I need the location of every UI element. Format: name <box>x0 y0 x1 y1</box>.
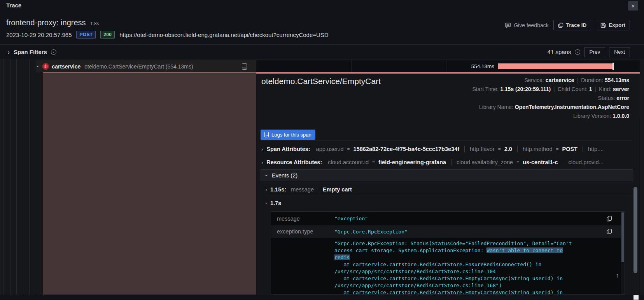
event-row-1[interactable]: › 1.15s: message = Empty cart <box>266 186 352 193</box>
meta-line-3: Status: error <box>472 94 629 103</box>
scroll-to-top-icon[interactable]: ↑ <box>616 272 619 280</box>
span-attributes-row[interactable]: › Span Attributes: app.user.id=15862a82-… <box>261 143 632 155</box>
trace-meta-row: 2023-10-29 20:20:57.965 POST 200 https:/… <box>6 30 329 39</box>
attr-value: POST <box>562 146 578 152</box>
meta-line-2: Start Time: 1.15s (20:20:59.111)|Child C… <box>472 85 629 94</box>
span-row-cartservice[interactable]: › ! cartservice oteldemo.CartService/Emp… <box>36 60 256 72</box>
span-service-name: cartservice <box>52 63 80 70</box>
copy-icon <box>558 23 564 28</box>
attr-key: cloud.account.id <box>328 159 369 165</box>
save-icon <box>600 23 606 28</box>
drawer-title: Trace <box>6 2 21 9</box>
event-time: 1.15s: <box>270 186 286 193</box>
kv-key <box>271 263 334 271</box>
kv-key: message <box>271 216 334 222</box>
panel-scrollbar[interactable] <box>634 187 637 273</box>
span-detail-title: oteldemo.CartService/EmptyCart <box>261 77 381 86</box>
meta-line-4: Library Name: OpenTelemetry.Instrumentat… <box>472 103 629 112</box>
attr-value: us-central1-c <box>523 159 558 165</box>
event-value: Empty cart <box>323 186 352 193</box>
event-row-2[interactable]: › 1.7s <box>266 200 281 206</box>
span-bar-end-tick <box>612 63 614 70</box>
span-operation-name: oteldemo.CartService/EmptyCart (554.13ms… <box>84 63 193 70</box>
span-detail-meta: Service: cartservice|Duration: 554.13ms … <box>472 76 629 121</box>
span-attributes-label: Span Attributes: <box>266 146 310 152</box>
trace-id-button[interactable]: Trace ID <box>553 20 592 30</box>
export-button[interactable]: Export <box>596 20 630 30</box>
divider <box>261 140 632 141</box>
chevron-right-icon: › <box>266 187 267 192</box>
span-duration-bar[interactable] <box>498 63 613 69</box>
kv-row-exception-type: exception.type "Grpc.Core.RpcException" <box>271 225 625 238</box>
event-key: message <box>291 186 314 193</box>
events-label: Events (2) <box>272 172 298 179</box>
trace-duration: 1.8s <box>90 21 99 26</box>
meta-line-5: Library Version: 1.0.0.0 <box>472 112 629 121</box>
meta-line-1: Service: cartservice|Duration: 554.13ms <box>472 76 629 85</box>
event-attributes-table: message "exception" exception.type "Grpc… <box>271 211 625 295</box>
scrollbar-corner <box>634 295 639 300</box>
divider <box>266 195 633 195</box>
resource-attributes-row[interactable]: › Resource Attributes: cloud.account.id=… <box>261 156 632 168</box>
kv-row-message: message "exception" <box>271 212 625 225</box>
logs-for-span-button[interactable]: LOG Logs for this span <box>261 130 315 140</box>
kv-row-stacktrace: "Grpc.Core.RpcException: Status(StatusCo… <box>271 238 625 295</box>
kv-value: "exception" <box>334 216 368 221</box>
trace-timestamp: 2023-10-29 20:20:57.965 <box>6 32 72 38</box>
events-section-toggle[interactable]: › Events (2) <box>261 169 633 181</box>
attr-truncated: cloud.provid... <box>568 159 603 165</box>
close-icon[interactable]: × <box>628 1 638 11</box>
attr-value: 2.0 <box>504 146 512 152</box>
span-filters-label: Span Filters <box>14 49 47 55</box>
divider <box>640 118 640 300</box>
trace-viewport: › ! cartservice oteldemo.CartService/Emp… <box>0 59 644 295</box>
chevron-down-icon: › <box>35 65 40 67</box>
log-document-icon: LOG <box>264 132 269 137</box>
header-actions: Give feedback Trace ID Export <box>505 20 630 30</box>
chevron-right-icon: › <box>8 49 10 55</box>
kv-value: "Grpc.Core.RpcException" <box>334 229 408 235</box>
trace-drawer: Trace × frontend-proxy: ingress 1.8s 202… <box>0 0 644 300</box>
http-method-badge: POST <box>76 31 96 39</box>
trace-name: frontend-proxy: ingress <box>6 18 86 27</box>
span-duration-label: 554.13ms <box>446 63 494 69</box>
give-feedback-link[interactable]: Give feedback <box>505 22 549 28</box>
prev-span-button[interactable]: Prev <box>584 47 605 57</box>
attr-key: app.user.id <box>316 146 344 152</box>
kv-key: exception.type <box>271 228 334 235</box>
span-filters-toggle[interactable]: › Span Filters i <box>8 49 56 55</box>
copy-icon[interactable] <box>606 228 612 235</box>
bottom-strip <box>0 295 644 300</box>
chevron-right-icon: › <box>261 160 263 165</box>
indent-guides <box>0 59 43 295</box>
copy-icon[interactable] <box>606 216 612 222</box>
attr-key: http.method <box>523 146 553 152</box>
chevron-right-icon: › <box>261 147 263 152</box>
timeline-header: 554.13ms <box>256 60 640 72</box>
attr-key: http.flavor <box>470 146 495 152</box>
span-filters-bar: › Span Filters i 41 spans i Prev Next <box>0 44 644 59</box>
next-span-button[interactable]: Next <box>609 47 630 57</box>
chevron-down-icon: › <box>264 202 269 204</box>
attr-truncated: http.... <box>588 146 604 152</box>
resource-attributes-label: Resource Attributes: <box>266 159 322 165</box>
trace-url: https://otel-demo-obscon.field-eng.grafa… <box>119 32 328 38</box>
trace-id-label: Trace ID <box>566 22 587 28</box>
span-detail-panel: oteldemo.CartService/EmptyCart Service: … <box>256 74 640 295</box>
http-status-badge: 200 <box>100 31 115 39</box>
info-icon: i <box>575 49 580 55</box>
attr-value: 15862a82-72ce-4f75-ba4c-5ccc17b3e34f <box>354 146 459 152</box>
comment-icon <box>505 22 511 28</box>
stacktrace-text: "Grpc.Core.RpcException: Status(StatusCo… <box>334 238 572 295</box>
log-document-icon[interactable]: LOG <box>242 63 247 70</box>
event-time: 1.7s <box>270 200 281 206</box>
table-scrollbar[interactable] <box>621 212 625 294</box>
give-feedback-label: Give feedback <box>514 22 549 28</box>
export-label: Export <box>609 22 625 28</box>
attr-value: field-engineering-grafana <box>378 159 446 165</box>
span-nav: 41 spans i Prev Next <box>548 47 630 57</box>
error-icon: ! <box>42 63 49 70</box>
attr-key: cloud.availability_zone <box>457 159 513 165</box>
info-icon: i <box>51 49 56 55</box>
chevron-down-icon: › <box>264 174 270 176</box>
